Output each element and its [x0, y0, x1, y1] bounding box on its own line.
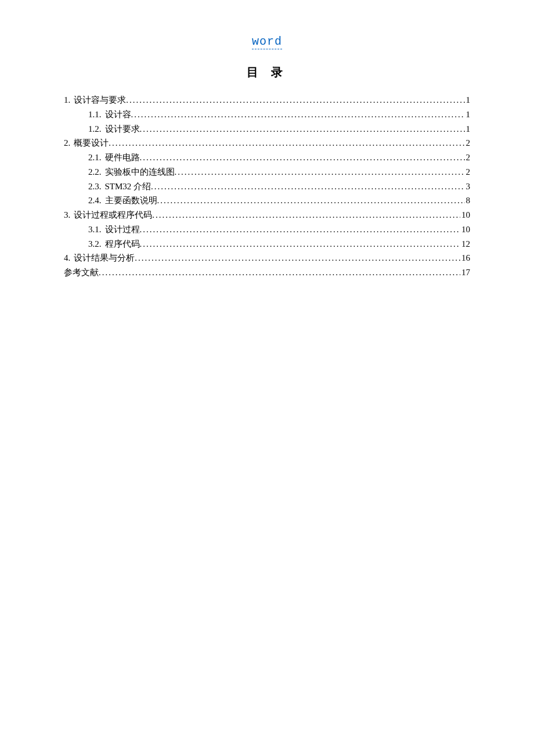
- toc-entry-page: 2: [465, 150, 471, 165]
- toc-entry-text: 主要函数说明: [105, 193, 157, 208]
- toc-entry-number: 2.3.: [88, 179, 102, 194]
- toc-entry-leader: [140, 222, 461, 237]
- toc-entry-page: 1: [465, 93, 471, 107]
- toc-entry-page: 17: [460, 265, 470, 280]
- toc-entry-number: 1.: [64, 93, 70, 107]
- toc-entry[interactable]: 3.设计过程或程序代码10: [64, 208, 470, 222]
- toc-entry-text: 实验板中的连线图: [105, 165, 175, 179]
- toc-entry-leader: [140, 237, 461, 251]
- toc-entry-leader: [140, 150, 465, 165]
- toc-entry-page: 10: [460, 208, 470, 222]
- toc-entry-number: 3.2.: [88, 237, 102, 251]
- toc-title: 目 录: [64, 64, 470, 80]
- toc-entry[interactable]: 4.设计结果与分析16: [64, 251, 470, 265]
- header-link-container: word: [64, 35, 470, 48]
- toc-entry-number: 1.2.: [88, 122, 102, 136]
- toc-entry-leader: [135, 251, 460, 265]
- toc-entry[interactable]: 2.2.实验板中的连线图2: [64, 165, 470, 179]
- toc-entry-number: 2.4.: [88, 193, 102, 208]
- toc-entry-text: 设计容: [105, 107, 131, 122]
- toc-entry[interactable]: 2.4.主要函数说明8: [64, 193, 470, 208]
- toc-entry[interactable]: 参考文献17: [64, 265, 470, 280]
- toc-entry-leader: [126, 93, 464, 107]
- toc-entry-text: 设计容与要求: [74, 93, 126, 107]
- toc-entry[interactable]: 2.1.硬件电路2: [64, 150, 470, 165]
- toc-entry-page: 3: [465, 179, 471, 194]
- toc-entry[interactable]: 1.2.设计要求1: [64, 122, 470, 136]
- toc-entry-page: 12: [460, 237, 470, 251]
- toc-entry-number: 4.: [64, 251, 70, 265]
- toc-entry-page: 2: [465, 165, 471, 179]
- toc-entry-text: 设计结果与分析: [74, 251, 135, 265]
- toc-entry-page: 16: [460, 251, 470, 265]
- toc-entry-text: 概要设计: [74, 136, 109, 150]
- toc-entry-number: 2.2.: [88, 165, 102, 179]
- toc-entry-page: 1: [465, 107, 471, 122]
- toc-entry-text: 程序代码: [105, 237, 140, 251]
- toc-entry-leader: [151, 179, 464, 194]
- toc-entry-text: 设计过程或程序代码: [74, 208, 152, 222]
- toc-entry-number: 3.1.: [88, 222, 102, 237]
- toc-entry-text: STM32 介绍: [105, 179, 151, 194]
- toc-entry-text: 设计要求: [105, 122, 140, 136]
- toc-entry[interactable]: 1.1.设计容1: [64, 107, 470, 122]
- toc-entry-page: 8: [465, 193, 471, 208]
- toc-entry-leader: [175, 165, 465, 179]
- toc-entry-text: 参考文献: [64, 265, 99, 280]
- table-of-contents: 1.设计容与要求11.1.设计容11.2.设计要求12.概要设计22.1.硬件电…: [64, 93, 470, 280]
- word-link[interactable]: word: [252, 35, 282, 49]
- toc-entry-text: 设计过程: [105, 222, 140, 237]
- toc-entry-page: 10: [460, 222, 470, 237]
- toc-entry[interactable]: 3.2.程序代码12: [64, 237, 470, 251]
- toc-entry[interactable]: 2.3.STM32 介绍3: [64, 179, 470, 194]
- toc-entry-leader: [109, 136, 464, 150]
- document-page: word 目 录 1.设计容与要求11.1.设计容11.2.设计要求12.概要设…: [0, 0, 534, 280]
- toc-entry[interactable]: 1.设计容与要求1: [64, 93, 470, 107]
- toc-entry-leader: [152, 208, 460, 222]
- toc-entry-number: 3.: [64, 208, 70, 222]
- toc-entry-number: 2.: [64, 136, 70, 150]
- toc-entry[interactable]: 3.1.设计过程10: [64, 222, 470, 237]
- toc-entry-leader: [157, 193, 465, 208]
- toc-entry-page: 1: [465, 122, 471, 136]
- toc-entry[interactable]: 2.概要设计2: [64, 136, 470, 150]
- toc-entry-text: 硬件电路: [105, 150, 140, 165]
- toc-entry-leader: [140, 122, 465, 136]
- toc-entry-number: 1.1.: [88, 107, 102, 122]
- toc-entry-number: 2.1.: [88, 150, 102, 165]
- toc-entry-leader: [99, 265, 460, 280]
- toc-entry-leader: [131, 107, 465, 122]
- toc-entry-page: 2: [465, 136, 471, 150]
